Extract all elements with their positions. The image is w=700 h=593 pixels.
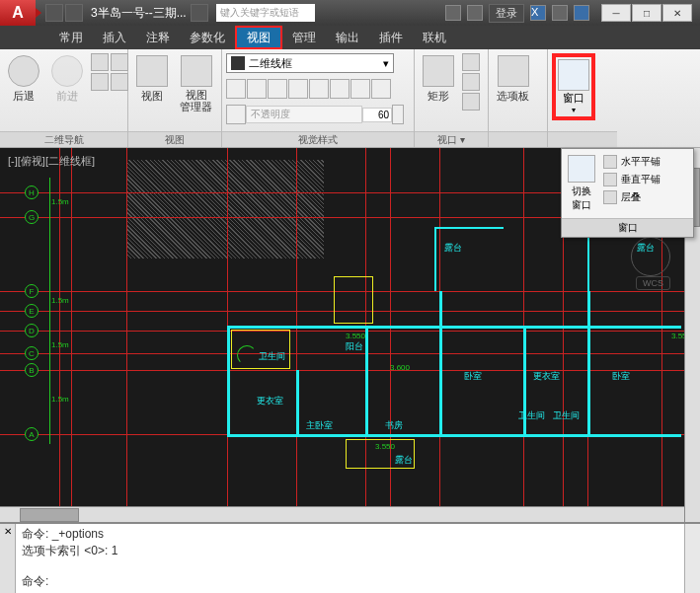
cascade-item[interactable]: 层叠 xyxy=(603,190,661,204)
room-label: 更衣室 xyxy=(257,395,283,408)
grid-line xyxy=(126,148,127,506)
zoom-extents-icon[interactable] xyxy=(91,73,109,91)
compass-icon[interactable] xyxy=(631,237,670,276)
title-bar: A 3半岛一号--三期... 键入关键字或短语 登录 X ─ □ ✕ xyxy=(0,0,700,26)
pan-icon[interactable] xyxy=(91,53,109,71)
view-label: 视图 xyxy=(141,89,163,104)
room-label: 露台 xyxy=(444,242,462,255)
maximize-button[interactable]: □ xyxy=(632,4,661,22)
view-label[interactable]: [-][俯视][二维线框] xyxy=(8,154,95,169)
search-input[interactable]: 键入关键字或短语 xyxy=(216,4,315,22)
item-label: 垂直平铺 xyxy=(621,173,661,186)
window-button[interactable]: 窗口 ▾ xyxy=(552,53,595,120)
style-btn[interactable] xyxy=(226,79,246,99)
view-button[interactable]: 视图 xyxy=(132,53,172,106)
item-label: 层叠 xyxy=(621,190,641,204)
room-label: 书房 xyxy=(385,419,403,432)
style-btn[interactable] xyxy=(268,79,287,99)
style-btn[interactable] xyxy=(371,79,391,99)
view-manager-button[interactable]: 视图 管理器 xyxy=(176,53,216,114)
tab-annotate[interactable]: 注释 xyxy=(136,26,180,49)
app-logo[interactable]: A xyxy=(0,0,36,26)
grid-line xyxy=(0,353,684,354)
grid-line xyxy=(0,331,684,332)
dim-text: 1.5m xyxy=(51,197,69,206)
tab-manage[interactable]: 管理 xyxy=(282,26,326,49)
palette-icon xyxy=(498,55,529,87)
exchange-icon[interactable]: X xyxy=(530,5,546,21)
panel-label: 视觉样式 xyxy=(222,131,414,147)
document-title: 3半岛一号--三期... xyxy=(91,5,187,22)
nav-tools xyxy=(91,53,128,91)
switch-window-icon xyxy=(568,155,595,183)
style-btn[interactable] xyxy=(350,79,370,99)
window-icon xyxy=(558,59,589,91)
rect-icon xyxy=(423,55,454,87)
viewport-btn[interactable] xyxy=(462,53,480,71)
room-label: 更衣室 xyxy=(533,370,560,383)
binoculars-icon[interactable] xyxy=(445,5,461,21)
rect-button[interactable]: 矩形 xyxy=(419,53,458,106)
panel-label xyxy=(548,131,617,147)
tab-home[interactable]: 常用 xyxy=(49,26,93,49)
close-button[interactable]: ✕ xyxy=(662,4,692,22)
opacity-value[interactable]: 60 xyxy=(362,108,392,122)
viewport-btn[interactable] xyxy=(462,73,480,91)
orbit-icon[interactable] xyxy=(111,53,128,71)
cmd-scrollbar[interactable] xyxy=(684,524,700,593)
tab-view[interactable]: 视图 xyxy=(235,26,282,49)
grid-bubble: F xyxy=(25,284,39,298)
user-icon[interactable] xyxy=(467,5,483,21)
qat-btn[interactable] xyxy=(45,4,63,22)
tab-plugin[interactable]: 插件 xyxy=(369,26,413,49)
rect-label: 矩形 xyxy=(428,89,449,104)
style-name: 二维线框 xyxy=(249,56,292,71)
tab-insert[interactable]: 插入 xyxy=(93,26,136,49)
grid-bubble: A xyxy=(25,427,39,441)
zoom-icon[interactable] xyxy=(111,73,128,91)
window-controls: ─ □ ✕ xyxy=(601,4,692,22)
viewport-btn[interactable] xyxy=(462,93,480,111)
grid-bubble: D xyxy=(25,324,39,337)
hatch-region xyxy=(126,160,324,259)
dim-text: 1.5m xyxy=(51,296,69,305)
wcs-badge: WCS xyxy=(636,276,670,290)
dropdown-icon[interactable] xyxy=(191,4,208,22)
tile-horizontal-item[interactable]: 水平平铺 xyxy=(603,155,661,169)
style-btn[interactable] xyxy=(309,79,329,99)
back-label: 后退 xyxy=(13,89,35,104)
command-text[interactable]: 命令: _+options 选项卡索引 <0>: 1 命令: xyxy=(16,524,684,593)
favorite-icon[interactable] xyxy=(552,5,568,21)
style-btn[interactable] xyxy=(247,79,267,99)
tab-parametric[interactable]: 参数化 xyxy=(180,26,235,49)
forward-icon xyxy=(51,55,83,87)
switch-window-button[interactable]: 切换 窗口 xyxy=(568,155,595,212)
tab-online[interactable]: 联机 xyxy=(413,26,456,49)
tab-output[interactable]: 输出 xyxy=(326,26,369,49)
room-label: 卫生间 xyxy=(259,350,285,363)
scrollbar-thumb[interactable] xyxy=(20,508,79,522)
minimize-button[interactable]: ─ xyxy=(601,4,631,22)
style-btn[interactable] xyxy=(288,79,308,99)
help-icon[interactable] xyxy=(574,5,589,21)
wall xyxy=(365,326,368,437)
forward-button[interactable]: 前进 xyxy=(47,53,87,106)
opacity-spinner[interactable] xyxy=(392,105,404,124)
login-button[interactable]: 登录 xyxy=(489,4,524,23)
balcony xyxy=(334,276,373,324)
horizontal-scrollbar[interactable] xyxy=(0,506,684,522)
back-button[interactable]: 后退 xyxy=(4,53,43,106)
cmd-handle[interactable]: ✕ xyxy=(0,524,16,593)
back-icon xyxy=(8,55,39,87)
dim-value: 3.550 xyxy=(346,332,365,340)
qat-btn[interactable] xyxy=(65,4,83,22)
style-swatch-icon xyxy=(231,56,245,70)
grid-line xyxy=(71,148,72,506)
style-btn[interactable] xyxy=(330,79,350,99)
panel-label[interactable]: 视口 ▾ xyxy=(415,131,488,147)
palette-button[interactable]: 选项板 xyxy=(493,53,533,106)
visual-style-combo[interactable]: 二维线框 ▾ xyxy=(226,53,394,73)
tile-vertical-item[interactable]: 垂直平铺 xyxy=(603,173,661,186)
popup-footer: 窗口 xyxy=(562,218,693,237)
opacity-icon[interactable] xyxy=(226,105,246,124)
